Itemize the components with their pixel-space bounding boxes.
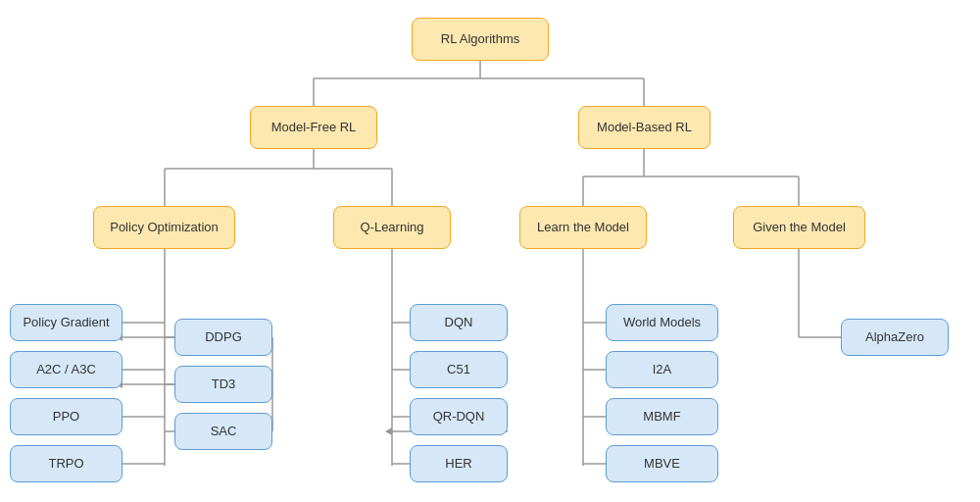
svg-marker-63 [385, 427, 392, 435]
her-node: HER [410, 445, 508, 482]
mbve-node: MBVE [606, 445, 718, 482]
model-free-node: Model-Free RL [250, 106, 377, 149]
ddpg-node: DDPG [174, 319, 272, 356]
world-models-node: World Models [606, 304, 718, 341]
alphazero-node: AlphaZero [841, 319, 949, 356]
policy-opt-node: Policy Optimization [93, 206, 235, 249]
mbmf-node: MBMF [606, 398, 718, 435]
model-based-node: Model-Based RL [578, 106, 710, 149]
learn-model-node: Learn the Model [519, 206, 647, 249]
a2c-node: A2C / A3C [10, 351, 122, 388]
qrdqn-node: QR-DQN [410, 398, 508, 435]
c51-node: C51 [410, 351, 508, 388]
policy-gradient-node: Policy Gradient [10, 304, 122, 341]
trpo-node: TRPO [10, 445, 122, 482]
rl-algorithms-node: RL Algorithms [412, 18, 549, 61]
sac-node: SAC [174, 413, 272, 450]
q-learning-node: Q-Learning [333, 206, 451, 249]
i2a-node: I2A [606, 351, 718, 388]
dqn-node: DQN [410, 304, 508, 341]
td3-node: TD3 [174, 366, 272, 403]
given-model-node: Given the Model [733, 206, 865, 249]
ppo-node: PPO [10, 398, 122, 435]
